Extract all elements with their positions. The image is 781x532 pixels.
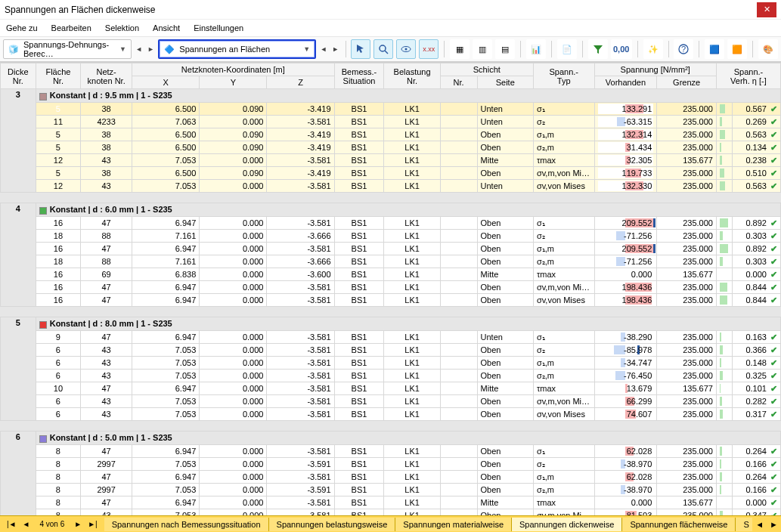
col-schicht-nr[interactable]: Nr. <box>440 76 477 89</box>
table-row[interactable]: 829977.0530.000-3.591BS1LK1Obenσ₂,m-38.9… <box>1 484 781 496</box>
table-row[interactable]: 6437.0530.000-3.581BS1LK1Obenσ₂,m-76.450… <box>1 370 781 382</box>
table-row[interactable]: 12437.0530.000-3.581BS1LK1Untenσv,von Mi… <box>1 180 781 193</box>
palette-button[interactable]: 🎨 <box>758 39 778 59</box>
dicke-nr-cell: 3 <box>1 89 36 193</box>
dicke-nr-cell: 6 <box>1 431 36 516</box>
tab-next-button[interactable]: ► <box>767 520 781 529</box>
close-button[interactable]: ✕ <box>757 2 776 17</box>
pointer-tool-button[interactable] <box>351 39 370 59</box>
footer: |◄ ◄ 4 von 6 ► ►| Spannungen nach Bemess… <box>0 515 781 532</box>
table-row[interactable]: 8476.9470.000-3.581BS1LK1Obenσ₁62.028235… <box>1 445 781 458</box>
col-belastung[interactable]: BelastungNr. <box>384 63 440 89</box>
col-koord[interactable]: Netzknoten-Koordinaten [m] <box>132 63 335 76</box>
filter-button[interactable] <box>588 39 608 59</box>
table-row[interactable]: 18887.1610.000-3.666BS1LK1Obenσ₂,m-71.25… <box>1 255 781 268</box>
dimension-tool-button[interactable]: x.xx <box>419 39 439 59</box>
chart-button[interactable]: 📊 <box>526 39 546 59</box>
footer-tab[interactable]: S <box>736 518 752 531</box>
col-bemess[interactable]: Bemess.-Situation <box>334 63 384 89</box>
grid1-button[interactable]: ▦ <box>450 39 470 59</box>
layers-icon: 🧊 <box>8 45 19 54</box>
col-verh[interactable]: Spann.-Verh. η [-] <box>716 63 780 89</box>
footer-tab[interactable]: Spannungen dickenweise <box>512 518 622 531</box>
menu-selektion[interactable]: Selektion <box>105 23 139 32</box>
eye-tool-button[interactable] <box>396 39 416 59</box>
footer-tab[interactable]: Spannungen materialweise <box>395 518 512 531</box>
table-row[interactable]: 5386.5000.090-3.419BS1LK1Obenσ₁,m132.314… <box>1 128 781 141</box>
last-page-button[interactable]: ►| <box>85 520 100 528</box>
toolbar: 🧊 Spannungs-Dehnungs-Berec… ▼ ◄ ► 🔷 Span… <box>0 36 781 62</box>
table-row[interactable]: 8476.9470.000-3.581BS1LK1Obenσ₁,m62.0282… <box>1 471 781 484</box>
table-row[interactable]: 8476.9470.000-3.581BS1LK1Mitteτmax0.0001… <box>1 496 781 509</box>
table-row[interactable]: 16476.9470.000-3.581BS1LK1Obenσv,von Mis… <box>1 294 781 307</box>
col-x[interactable]: X <box>132 76 200 89</box>
col-netzknoten[interactable]: Netz-knoten Nr. <box>81 63 132 89</box>
grid3-button[interactable]: ▤ <box>495 39 515 59</box>
table-row[interactable]: 6437.0530.000-3.581BS1LK1Obenσv,von Mise… <box>1 408 781 421</box>
table-row[interactable]: 6437.0530.000-3.581BS1LK1Obenσ₁,m-34.747… <box>1 357 781 370</box>
footer-tab[interactable]: Spannungen belastungsweise <box>269 518 396 531</box>
col-flaeche[interactable]: FlächeNr. <box>36 63 80 89</box>
table-row[interactable]: 1142337.0630.000-3.581BS1LK1Untenσ₂-63.3… <box>1 116 781 128</box>
table-row[interactable]: 829977.0530.000-3.591BS1LK1Obenσ₂-38.970… <box>1 458 781 471</box>
surface-icon: 🔷 <box>164 45 175 54</box>
table-row[interactable]: 5386.5000.090-3.419BS1LK1Obenσv,m,von Mi… <box>1 167 781 180</box>
table-row[interactable]: 18887.1610.000-3.666BS1LK1Obenσ₂-71.2562… <box>1 230 781 243</box>
find-tool-button[interactable] <box>373 39 393 59</box>
col-grenze[interactable]: Grenze <box>657 76 717 89</box>
menu-bearbeiten[interactable]: Bearbeiten <box>51 23 91 32</box>
svg-line-1 <box>385 51 388 54</box>
color1-button[interactable]: 🟦 <box>705 39 724 59</box>
dropdown-result-type[interactable]: 🔷 Spannungen an Flächen ▼ <box>158 39 316 59</box>
table-row[interactable]: 16476.9470.000-3.581BS1LK1Obenσv,m,von M… <box>1 281 781 294</box>
table-row[interactable]: 16696.8380.000-3.600BS1LK1Mitteτmax0.000… <box>1 268 781 281</box>
dropdown-calc-type[interactable]: 🧊 Spannungs-Dehnungs-Berec… ▼ <box>3 39 132 59</box>
group-header[interactable]: Konstant | d : 5.0 mm | 1 - S235 <box>36 431 780 445</box>
color2-button[interactable]: 🟧 <box>727 39 747 59</box>
table-row[interactable]: 8437.0530.000-3.581BS1LK1Obenσv,m,von Mi… <box>1 509 781 516</box>
group-header[interactable]: Konstant | d : 6.0 mm | 1 - S235 <box>36 203 780 217</box>
col-z[interactable]: Z <box>267 76 334 89</box>
table-row[interactable]: 5386.5000.090-3.419BS1LK1Untenσ₁133.2912… <box>1 103 781 116</box>
col-vorh[interactable]: Vorhanden <box>594 76 657 89</box>
table-row[interactable]: 12437.0530.000-3.581BS1LK1Mitteτmax32.30… <box>1 154 781 167</box>
prev-page-button[interactable]: ◄ <box>20 520 33 528</box>
footer-tab[interactable]: Spannungen nach Bemessungssituation <box>104 518 269 531</box>
col-y[interactable]: Y <box>200 76 267 89</box>
table-row[interactable]: 6437.0530.000-3.581BS1LK1Obenσv,m,von Mi… <box>1 395 781 408</box>
svg-point-3 <box>405 48 408 51</box>
col-spannt[interactable]: Spann.-Typ <box>533 63 594 89</box>
menu-gehezu[interactable]: Gehe zu <box>6 23 38 32</box>
tab-prev-button[interactable]: ◄ <box>752 520 767 529</box>
dropdown-result-label: Spannungen an Flächen <box>179 45 299 54</box>
decimals-button[interactable]: 0,00 <box>611 39 632 59</box>
prev-calc-button[interactable]: ◄ <box>135 39 144 59</box>
next-page-button[interactable]: ► <box>72 520 84 528</box>
footer-tab[interactable]: Spannungen flächenweise <box>622 518 736 531</box>
pager-label: 4 von 6 <box>33 520 70 528</box>
col-spannung[interactable]: Spannung [N/mm²] <box>594 63 716 76</box>
menu-ansicht[interactable]: Ansicht <box>153 23 180 32</box>
group-header[interactable]: Konstant | d : 9.5 mm | 1 - S235 <box>36 89 780 103</box>
next-calc-button[interactable]: ► <box>147 39 156 59</box>
table-row[interactable]: 6437.0530.000-3.581BS1LK1Obenσ₂-85.97823… <box>1 344 781 357</box>
col-schicht[interactable]: Schicht <box>440 63 533 76</box>
col-seite[interactable]: Seite <box>477 76 533 89</box>
table-row[interactable]: 9476.9470.000-3.581BS1LK1Untenσ₁-38.2902… <box>1 331 781 344</box>
menu-einstellungen[interactable]: Einstellungen <box>194 23 243 32</box>
wand-button[interactable]: ✨ <box>643 39 663 59</box>
export-button[interactable]: 📄 <box>557 39 577 59</box>
help-button[interactable]: ? <box>674 39 693 59</box>
next-result-button[interactable]: ► <box>331 39 340 59</box>
grid2-button[interactable]: ▥ <box>473 39 492 59</box>
chevron-down-icon: ▼ <box>119 45 126 53</box>
table-row[interactable]: 10476.9470.000-3.581BS1LK1Mitteτmax13.67… <box>1 382 781 395</box>
col-dicke[interactable]: DickeNr. <box>1 63 36 89</box>
group-header[interactable]: Konstant | d : 8.0 mm | 1 - S235 <box>36 317 780 331</box>
table-row[interactable]: 16476.9470.000-3.581BS1LK1Obenσ₁209.5522… <box>1 217 781 230</box>
first-page-button[interactable]: |◄ <box>5 520 19 528</box>
table-row[interactable]: 16476.9470.000-3.581BS1LK1Obenσ₁,m209.55… <box>1 243 781 255</box>
result-grid[interactable]: DickeNr. FlächeNr. Netz-knoten Nr. Netzk… <box>0 62 781 515</box>
table-row[interactable]: 5386.5000.090-3.419BS1LK1Obenσ₂,m31.4342… <box>1 141 781 154</box>
prev-result-button[interactable]: ◄ <box>319 39 328 59</box>
